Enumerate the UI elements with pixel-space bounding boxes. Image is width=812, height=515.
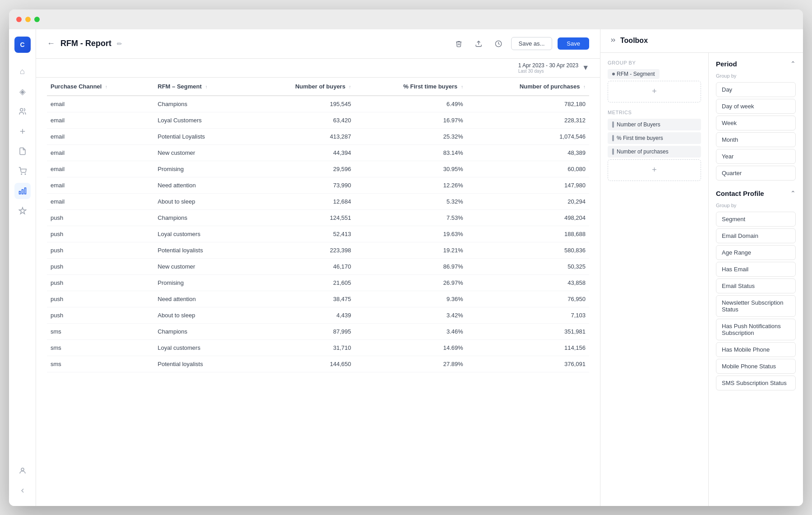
metric-purchases[interactable]: Number of purchases [608,146,701,158]
col-header-segment[interactable]: RFM – Segment ↑ [154,78,249,96]
cell-channel: push [47,226,154,242]
history-button[interactable] [491,37,506,51]
trash-button[interactable] [452,37,466,51]
contact-profile-option[interactable]: Has Push Notifications Subscription [716,319,796,340]
date-range-dropdown[interactable]: ▼ [582,64,589,72]
contact-profile-option[interactable]: SMS Subscription Status [716,376,796,390]
save-button[interactable]: Save [558,37,589,50]
cell-first-time: 16.97% [355,112,466,128]
period-options-list: DayDay of weekWeekMonthYearQuarter [716,82,796,181]
export-button[interactable] [471,37,486,51]
sidebar-item-account[interactable] [14,463,31,479]
toolbox-config-pane: Group by RFM - Segment + Metrics Number … [600,53,709,506]
sidebar-item-cart[interactable] [14,163,31,179]
edit-title-icon[interactable]: ✏ [117,40,122,47]
cell-channel: email [47,161,154,177]
traffic-light-red[interactable] [16,17,22,22]
traffic-light-yellow[interactable] [25,17,31,22]
svg-rect-7 [19,191,20,194]
sidebar-item-home[interactable]: ⌂ [14,64,31,80]
metric-buyers[interactable]: Number of Buyers [608,119,701,130]
cell-first-time: 7.53% [355,209,466,226]
contact-profile-option[interactable]: Age Range [716,245,796,260]
period-option[interactable]: Year [716,149,796,164]
contact-profile-option[interactable]: Email Status [716,278,796,293]
period-option[interactable]: Day [716,82,796,97]
contact-profile-option[interactable]: Mobile Phone Status [716,359,796,374]
date-range-bar: 1 Apr 2023 - 30 Apr 2023 Last 30 days ▼ [36,59,600,78]
contact-profile-option[interactable]: Newsletter Subscription Status [716,295,796,317]
cell-buyers: 44,394 [249,144,355,161]
metric-bar-icon [612,135,614,141]
sidebar-collapse-button[interactable] [14,483,31,499]
contact-profile-header: Contact Profile ⌃ [716,190,796,197]
metric-buyers-label: Number of Buyers [617,121,660,128]
contact-profile-option[interactable]: Has Mobile Phone [716,342,796,357]
col-header-buyers[interactable]: Number of buyers ↑ [249,78,355,96]
table-row: sms Potential loyalists 144,650 27.89% 3… [47,356,589,372]
cell-buyers: 46,170 [249,258,355,274]
cell-buyers: 144,650 [249,356,355,372]
svg-point-0 [20,108,23,111]
cell-purchases: 20,294 [467,193,589,209]
cell-first-time: 3.42% [355,307,466,323]
col-header-channel[interactable]: Purchase Channel ↑ [47,78,154,96]
sort-icon-purchases: ↑ [583,84,586,89]
contact-profile-option[interactable]: Has Email [716,262,796,277]
cell-channel: sms [47,356,154,372]
period-option[interactable]: Month [716,132,796,147]
table-header: Purchase Channel ↑ RFM – Segment ↑ Numbe… [47,78,589,96]
sidebar-item-chart[interactable] [14,183,31,199]
period-title: Period [716,60,737,68]
toolbox-body: Group by RFM - Segment + Metrics Number … [600,53,803,506]
cell-first-time: 5.32% [355,193,466,209]
add-group-by-box[interactable]: + [608,81,701,102]
cell-segment: Loyal Customers [154,112,249,128]
tag-label: RFM - Segment [617,71,655,77]
metric-bar-icon [612,148,614,155]
cell-purchases: 114,156 [467,339,589,356]
metric-first-time[interactable]: % First time buyers [608,132,701,144]
metric-purchases-label: Number of purchases [617,148,669,155]
sidebar: C ⌂ ◈ [9,29,36,506]
period-collapse-icon[interactable]: ⌃ [790,60,796,67]
traffic-light-green[interactable] [34,17,40,22]
cell-segment: Promising [154,161,249,177]
cell-first-time: 26.97% [355,274,466,291]
period-section-header: Period ⌃ [716,60,796,68]
toolbox-options-pane: Period ⌃ Group by DayDay of weekWeekMont… [709,53,803,506]
contact-profile-option[interactable]: Email Domain [716,228,796,243]
cell-first-time: 9.36% [355,291,466,307]
back-button[interactable]: ← [47,39,55,48]
period-option[interactable]: Day of week [716,99,796,114]
sidebar-item-diamond[interactable]: ◈ [14,84,31,100]
sidebar-item-document[interactable] [14,143,31,159]
add-metric-box[interactable]: + [608,159,701,181]
cell-channel: email [47,128,154,144]
contact-group-by-label: Group by [716,203,796,208]
svg-point-8 [21,468,24,471]
table-row: push Need attention 38,475 9.36% 76,950 [47,291,589,307]
col-header-first-time[interactable]: % First time buyers ↑ [355,78,466,96]
col-header-purchases[interactable]: Number of purchases ↑ [467,78,589,96]
rfm-segment-tag[interactable]: RFM - Segment [608,69,660,79]
group-by-section: Group by RFM - Segment + [608,60,701,102]
sidebar-item-plus[interactable] [14,123,31,139]
save-as-button[interactable]: Save as... [511,37,553,50]
date-range-sublabel: Last 30 days [518,69,578,74]
cell-segment: Need attention [154,291,249,307]
cell-purchases: 498,204 [467,209,589,226]
app-window: C ⌂ ◈ [9,9,803,506]
table-row: email Champions 195,545 6.49% 782,180 [47,96,589,112]
period-option[interactable]: Quarter [716,166,796,181]
sidebar-item-sparkle[interactable] [14,203,31,219]
contact-collapse-icon[interactable]: ⌃ [790,190,796,197]
cell-segment: Need attention [154,177,249,193]
contact-profile-option[interactable]: Segment [716,212,796,227]
toolbox-collapse-button[interactable] [609,37,617,45]
cell-buyers: 52,413 [249,226,355,242]
cell-buyers: 195,545 [249,96,355,112]
period-option[interactable]: Week [716,116,796,130]
sidebar-item-users[interactable] [14,103,31,120]
sort-icon-channel: ↑ [105,84,107,89]
